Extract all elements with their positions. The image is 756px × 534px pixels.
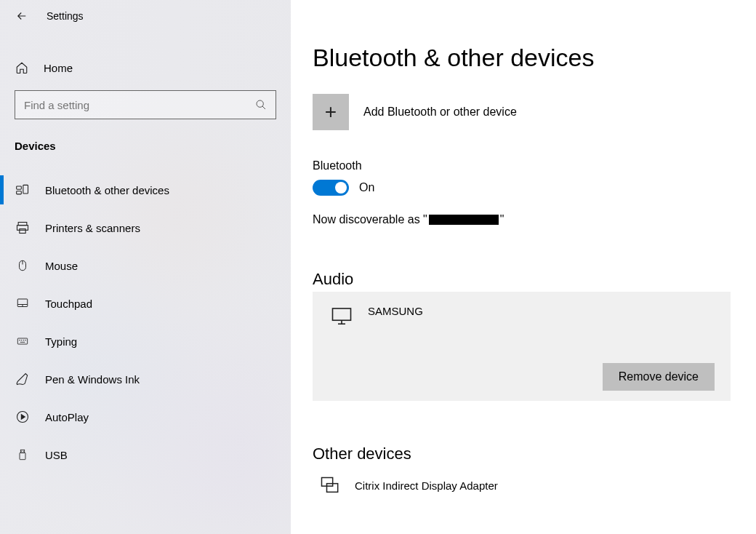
audio-heading: Audio [313, 270, 756, 289]
arrow-left-icon [15, 9, 28, 23]
svg-rect-2 [17, 191, 22, 194]
home-label: Home [44, 62, 73, 74]
other-heading: Other devices [313, 445, 756, 463]
svg-point-13 [20, 340, 20, 340]
bluetooth-devices-icon [15, 182, 31, 198]
nav-label: Bluetooth & other devices [45, 184, 169, 196]
printer-icon [15, 220, 31, 236]
add-label: Add Bluetooth or other device [363, 105, 517, 119]
home-icon [15, 61, 29, 74]
home-nav[interactable]: Home [0, 54, 291, 81]
device-actions: Remove device [329, 363, 715, 391]
svg-rect-20 [20, 453, 25, 459]
nav-pen[interactable]: Pen & Windows Ink [0, 360, 291, 398]
nav-typing[interactable]: Typing [0, 322, 291, 360]
back-button[interactable] [15, 9, 29, 23]
bluetooth-label: Bluetooth [313, 159, 756, 172]
nav-touchpad[interactable]: Touchpad [0, 284, 291, 322]
nav-label: Touchpad [45, 298, 92, 310]
device-name: SAMSUNG [368, 305, 423, 317]
discoverable-text: Now discoverable as " " [313, 213, 756, 226]
audio-device-card[interactable]: SAMSUNG Remove device [313, 292, 731, 401]
discover-suffix: " [500, 213, 504, 226]
svg-point-15 [23, 340, 24, 340]
bluetooth-toggle[interactable] [313, 180, 349, 196]
nav-label: USB [45, 449, 68, 461]
pen-icon [15, 371, 31, 387]
device-top: SAMSUNG [329, 305, 715, 327]
plus-icon: + [313, 94, 349, 130]
discover-prefix: Now discoverable as " [313, 213, 427, 226]
section-heading: Devices [0, 128, 291, 164]
nav-usb[interactable]: USB [0, 436, 291, 474]
touchpad-icon [15, 295, 31, 311]
search-wrap [0, 81, 291, 128]
svg-rect-3 [23, 185, 28, 194]
remove-device-button[interactable]: Remove device [603, 363, 715, 391]
keyboard-icon [15, 333, 31, 349]
search-input[interactable] [24, 99, 243, 111]
svg-rect-6 [20, 229, 25, 234]
main-content: Bluetooth & other devices + Add Bluetoot… [291, 0, 756, 534]
other-device-name: Citrix Indirect Display Adapter [355, 479, 498, 492]
bluetooth-toggle-row: On [313, 180, 756, 196]
toggle-state: On [359, 181, 374, 194]
nav-label: Printers & scanners [45, 222, 140, 234]
nav-autoplay[interactable]: AutoPlay [0, 398, 291, 436]
nav-list: Bluetooth & other devices Printers & sca… [0, 171, 291, 474]
search-icon [255, 99, 267, 111]
nav-printers[interactable]: Printers & scanners [0, 209, 291, 247]
nav-label: AutoPlay [45, 411, 89, 423]
svg-rect-12 [17, 338, 27, 344]
svg-point-0 [257, 100, 263, 107]
settings-title: Settings [47, 10, 84, 22]
sidebar: Settings Home Devices Bluetooth & other … [0, 0, 291, 534]
nav-label: Mouse [45, 260, 78, 272]
nav-label: Typing [45, 335, 77, 348]
autoplay-icon [15, 409, 31, 425]
nav-mouse[interactable]: Mouse [0, 247, 291, 284]
nav-label: Pen & Windows Ink [45, 373, 140, 386]
svg-point-16 [25, 340, 26, 340]
add-device-button[interactable]: + Add Bluetooth or other device [313, 94, 756, 130]
svg-point-14 [21, 340, 22, 340]
svg-rect-1 [17, 186, 22, 189]
search-box[interactable] [15, 90, 276, 119]
svg-rect-19 [20, 450, 24, 453]
redacted-name [429, 215, 499, 225]
svg-rect-5 [17, 226, 28, 231]
nav-bluetooth[interactable]: Bluetooth & other devices [0, 171, 291, 209]
svg-rect-23 [333, 308, 351, 320]
other-device-row[interactable]: Citrix Indirect Display Adapter [313, 466, 756, 504]
mouse-icon [15, 258, 31, 274]
display-adapter-icon [317, 475, 342, 495]
svg-rect-4 [18, 223, 27, 226]
monitor-icon [329, 305, 355, 327]
header-row: Settings [0, 0, 291, 32]
usb-icon [15, 447, 31, 463]
page-title: Bluetooth & other devices [313, 44, 756, 72]
